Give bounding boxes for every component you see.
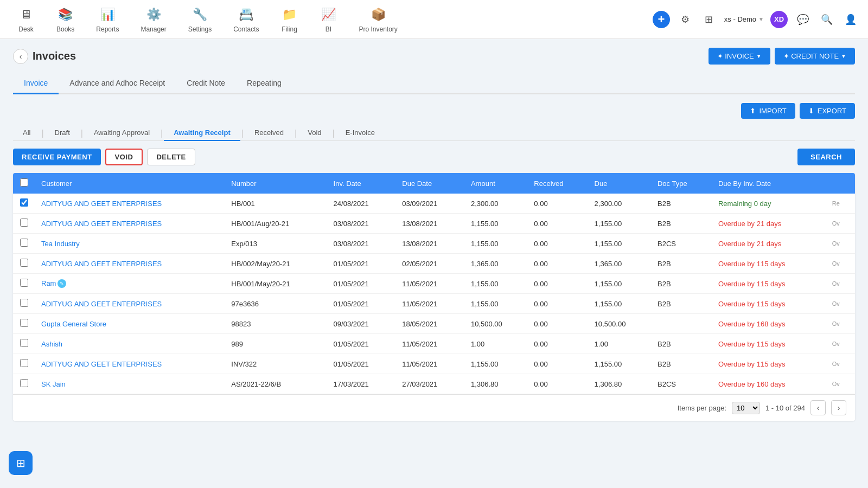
bottom-grid-icon[interactable]: ⊞ (9, 451, 33, 475)
select-all-checkbox[interactable] (20, 178, 28, 187)
row-number: HB/002/May/20-21 (225, 254, 327, 274)
row-checkbox[interactable] (20, 299, 28, 307)
table-row[interactable]: ADITYUG AND GEET ENTERPRISES HB/002/May/… (13, 254, 855, 274)
search-icon[interactable]: 🔍 (818, 11, 835, 28)
notification-icon[interactable]: 💬 (794, 11, 812, 28)
row-due-date: 11/05/2021 (395, 334, 464, 354)
receive-payment-button[interactable]: RECEIVE PAYMENT (13, 149, 101, 165)
row-customer[interactable]: Tea Industry (35, 234, 225, 254)
row-customer[interactable]: Ashish (35, 334, 225, 354)
row-customer[interactable]: Ram✎ (35, 274, 225, 294)
filter-sep-2: | (80, 129, 84, 138)
nav-contacts[interactable]: 📇 Contacts (225, 2, 267, 37)
filter-tab-awaiting-approval-label: Awaiting Approval (94, 129, 150, 137)
table-row[interactable]: ADITYUG AND GEET ENTERPRISES HB/001 24/0… (13, 194, 855, 214)
nav-reports[interactable]: 📊 Reports (87, 2, 127, 37)
filter-tab-awaiting-receipt[interactable]: Awaiting Receipt (164, 125, 240, 141)
row-checkbox[interactable] (20, 219, 28, 227)
filter-tab-all[interactable]: All (13, 125, 40, 141)
filing-icon: 📁 (280, 6, 298, 23)
row-checkbox[interactable] (20, 379, 28, 387)
table-header-due: Due (588, 173, 651, 194)
profile-icon[interactable]: 👤 (842, 11, 859, 28)
row-number: AS/2021-22/6/B (225, 374, 327, 394)
row-inv-date: 01/05/2021 (327, 334, 396, 354)
tab-credit-note[interactable]: Credit Note (176, 73, 236, 94)
row-checkbox[interactable] (20, 259, 28, 267)
table-row[interactable]: ADITYUG AND GEET ENTERPRISES HB/001/Aug/… (13, 214, 855, 234)
user-avatar[interactable]: XD (770, 11, 788, 28)
row-customer[interactable]: ADITYUG AND GEET ENTERPRISES (35, 254, 225, 274)
row-checkbox[interactable] (20, 198, 28, 207)
row-customer[interactable]: ADITYUG AND GEET ENTERPRISES (35, 294, 225, 314)
export-button[interactable]: ⬇ EXPORT (800, 103, 855, 119)
nav-bi[interactable]: 📈 BI (311, 2, 346, 37)
row-checkbox-cell (13, 214, 35, 234)
filter-tab-draft[interactable]: Draft (45, 125, 80, 141)
row-number: HB/001/May/20-21 (225, 274, 327, 294)
header-buttons: ✦ INVOICE ▼ ✦ CREDIT NOTE ▼ (709, 48, 855, 65)
back-button[interactable]: ‹ (13, 49, 28, 64)
company-selector[interactable]: xs - Demo ▼ (724, 15, 764, 23)
delete-label: DELETE (156, 153, 186, 161)
row-checkbox-cell (13, 354, 35, 374)
books-icon: 📚 (57, 6, 74, 23)
filter-tab-awaiting-approval[interactable]: Awaiting Approval (84, 125, 159, 141)
row-customer[interactable]: ADITYUG AND GEET ENTERPRISES (35, 194, 225, 214)
row-customer[interactable]: ADITYUG AND GEET ENTERPRISES (35, 354, 225, 374)
table-row[interactable]: ADITYUG AND GEET ENTERPRISES 97e3636 01/… (13, 294, 855, 314)
search-button[interactable]: SEARCH (797, 149, 855, 165)
nav-manager[interactable]: ⚙️ Manager (132, 2, 175, 37)
table-header-inv-date: Inv. Date (327, 173, 396, 194)
row-extra: Ov (826, 314, 855, 334)
invoice-button[interactable]: ✦ INVOICE ▼ (709, 48, 770, 65)
items-per-page-select[interactable]: 10 25 50 100 (732, 402, 760, 414)
add-button[interactable]: + (653, 11, 670, 28)
row-checkbox[interactable] (20, 319, 28, 327)
nav-desk[interactable]: 🖥 Desk (9, 2, 43, 37)
row-checkbox[interactable] (20, 279, 28, 287)
table-header-received: Received (527, 173, 588, 194)
row-checkbox-cell (13, 294, 35, 314)
row-due-by: Remaining 0 day (712, 194, 826, 214)
table-row[interactable]: Ashish 989 01/05/2021 11/05/2021 1.00 0.… (13, 334, 855, 354)
nav-filing[interactable]: 📁 Filing (272, 2, 307, 37)
table-row[interactable]: Tea Industry Exp/013 03/08/2021 13/08/20… (13, 234, 855, 254)
row-doc-type (651, 314, 712, 334)
row-customer[interactable]: Gupta General Store (35, 314, 225, 334)
gear-icon[interactable]: ⚙ (676, 11, 694, 28)
delete-button[interactable]: DELETE (147, 149, 195, 165)
table-row[interactable]: Gupta General Store 98823 09/03/2021 18/… (13, 314, 855, 334)
table-row[interactable]: SK Jain AS/2021-22/6/B 17/03/2021 27/03/… (13, 374, 855, 394)
row-due-by: Overdue by 21 days (712, 214, 826, 234)
table-row[interactable]: Ram✎ HB/001/May/20-21 01/05/2021 11/05/2… (13, 274, 855, 294)
table-row[interactable]: ADITYUG AND GEET ENTERPRISES INV/322 01/… (13, 354, 855, 374)
nav-settings[interactable]: 🔧 Settings (180, 2, 220, 37)
credit-note-button[interactable]: ✦ CREDIT NOTE ▼ (775, 48, 855, 65)
filter-tab-e-invoice[interactable]: E-Invoice (336, 125, 385, 141)
filter-tab-void[interactable]: Void (298, 125, 331, 141)
import-button[interactable]: ⬆ IMPORT (741, 103, 795, 119)
row-checkbox[interactable] (20, 339, 28, 347)
nav-books[interactable]: 📚 Books (48, 2, 83, 37)
row-customer[interactable]: ADITYUG AND GEET ENTERPRISES (35, 214, 225, 234)
row-customer[interactable]: SK Jain (35, 374, 225, 394)
filter-tab-draft-label: Draft (55, 129, 70, 137)
nav-pro-inventory[interactable]: 📦 Pro Inventory (350, 2, 406, 37)
filter-tab-awaiting-receipt-label: Awaiting Receipt (174, 129, 231, 137)
row-received: 0.00 (527, 374, 588, 394)
receive-payment-label: RECEIVE PAYMENT (22, 153, 92, 161)
row-checkbox[interactable] (20, 359, 28, 367)
tab-invoice[interactable]: Invoice (13, 73, 59, 94)
void-button[interactable]: VOID (105, 149, 143, 165)
tab-advance-adhoc[interactable]: Advance and Adhoc Receipt (59, 73, 176, 94)
grid-icon[interactable]: ⊞ (700, 11, 718, 28)
nav-filing-label: Filing (282, 25, 297, 33)
filter-tab-received[interactable]: Received (245, 125, 293, 141)
row-checkbox-cell (13, 334, 35, 354)
row-number: 98823 (225, 314, 327, 334)
tab-repeating[interactable]: Repeating (236, 73, 292, 94)
next-page-button[interactable]: › (831, 400, 846, 415)
row-checkbox[interactable] (20, 239, 28, 247)
prev-page-button[interactable]: ‹ (810, 400, 826, 415)
